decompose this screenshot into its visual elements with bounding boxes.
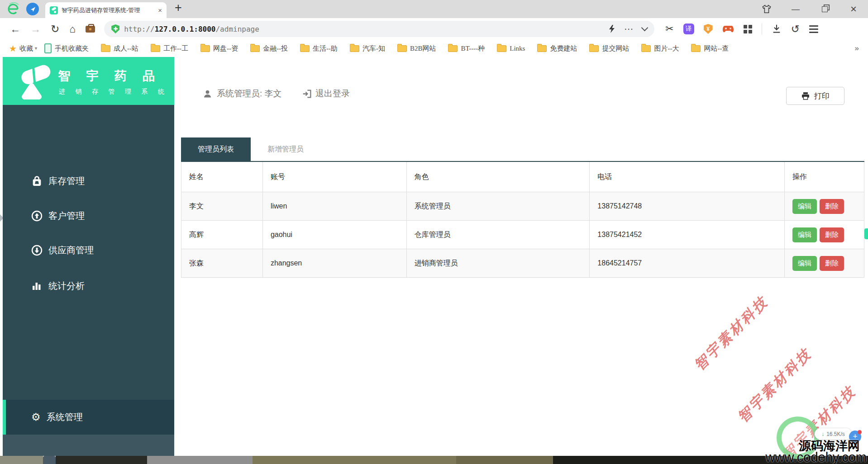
bookmark-folder[interactable]: BT----种 [448,44,485,53]
logout-link[interactable]: 退出登录 [302,88,350,99]
current-admin: 系统管理员: 李文 [203,88,282,99]
edit-button[interactable]: 编辑 [792,256,817,271]
printer-icon [801,91,810,100]
favorites-label[interactable]: 收藏 [19,44,33,53]
folder-icon [101,45,110,52]
sidebar-item-label: 客户管理 [48,210,85,222]
apps-grid-icon[interactable] [744,25,752,33]
dropdown-chevron-icon[interactable] [641,24,649,32]
edit-button[interactable]: 编辑 [792,227,817,242]
favorites-star-icon[interactable]: ★ [9,43,17,54]
bookmark-mobile-favorites[interactable]: 手机收藏夹 [44,43,89,53]
address-bar[interactable]: ✚ http://127.0.0.1:8000/adminpage ⋯ [104,21,654,37]
menu-hamburger-icon[interactable] [809,25,818,33]
side-panel-handle[interactable] [864,228,868,239]
bookmark-folder[interactable]: 金融--投 [250,44,288,53]
tab-close-icon[interactable]: × [158,6,162,14]
sidebar-item-label: 统计分析 [48,280,85,292]
print-label: 打印 [814,91,830,101]
bookmark-folder[interactable]: 网盘--资 [200,44,238,53]
sidebar-item-customers[interactable]: 客户管理 [31,208,85,224]
cell-actions: 编辑删除 [785,192,864,221]
table-row: 李文 liwen 系统管理员 13875142748 编辑删除 [181,192,864,221]
games-icon[interactable] [722,24,734,33]
new-tab-button[interactable]: + [175,1,182,15]
pill-logo-icon [18,62,53,100]
screenshot-scissors-icon[interactable]: ✂ [665,23,673,35]
admin-table: 姓名 账号 角色 电话 操作 李文 liwen 系统管理员 1387514274… [181,161,864,278]
bookmark-folder[interactable]: 工作--工 [151,44,188,53]
restore-button[interactable] [810,0,839,18]
bookmark-folder[interactable]: 成人--站 [101,44,138,53]
bookmarks-overflow-icon[interactable]: » [855,44,859,53]
table-row: 张森 zhangsen 进销商管理员 18645214757 编辑删除 [181,249,864,278]
quick-nav-icon[interactable] [26,3,39,15]
folder-icon [397,45,407,52]
toolbar-divider [762,23,762,35]
browser-tab[interactable]: 智宇药品进销存管理系统-管理 × [45,2,167,18]
home-icon[interactable]: ⌂ [69,24,76,34]
delete-button[interactable]: 删除 [820,199,844,214]
cell-role: 进销商管理员 [406,249,590,278]
folder-icon [589,45,599,52]
bookmark-folder[interactable]: 提交网站 [589,44,629,53]
bookmark-folder[interactable]: 汽车-知 [350,44,385,53]
bookmark-folder[interactable]: 生活--助 [300,44,338,53]
arrow-down-circle-icon [31,245,43,256]
sidebar-footer [3,435,174,456]
taskbar-sliver [0,456,868,464]
translate-icon[interactable]: 译 [683,24,694,34]
app-logo-block: 智 宇 药 品 进 销 存 管 理 系 统 [3,57,174,105]
folder-icon [151,45,160,52]
download-icon[interactable] [772,24,782,34]
cell-account: zhangsen [262,249,406,278]
delete-button[interactable]: 删除 [820,256,844,271]
delete-button[interactable]: 删除 [820,227,844,242]
app-subtitle: 进 销 存 管 理 系 统 [59,88,168,96]
arrow-up-circle-icon [31,210,43,222]
bookmark-folder[interactable]: 图片--大 [641,44,679,53]
sidebar-item-label: 库存管理 [48,175,85,187]
sidebar-item-label: 系统管理 [47,411,83,423]
admin-name-label: 系统管理员: 李文 [217,88,282,99]
cell-phone: 13875142748 [590,192,785,221]
bookmark-folder[interactable]: 网站--查 [691,44,729,53]
site-watermark-url: www.codehy.com [766,450,867,464]
folder-icon [691,45,701,52]
sidebar-item-inventory[interactable]: 库存管理 [31,173,85,189]
cell-name: 高辉 [181,221,263,249]
window-close-button[interactable]: × [839,0,868,18]
site-safety-shield-icon[interactable]: ✚ [111,24,119,33]
lightning-icon[interactable] [609,25,615,33]
minimize-button[interactable]: — [781,0,810,18]
sidebar-item-system-active[interactable]: ⚙ 系统管理 [3,400,174,435]
app-title: 智 宇 药 品 [58,68,161,84]
undo-icon[interactable]: ↺ [791,23,800,35]
tab-admin-list[interactable]: 管理员列表 [181,137,251,161]
inventory-lock-icon [31,175,43,187]
url-text[interactable]: http://127.0.0.1:8000/adminpage [124,25,259,33]
folder-icon [537,45,547,52]
tab-add-admin[interactable]: 新增管理员 [251,137,320,161]
print-button[interactable]: 打印 [786,87,844,105]
gear-icon: ⚙ [31,412,41,422]
bookmark-folder[interactable]: Links [497,45,525,52]
table-row: 高辉 gaohui 仓库管理员 13875421452 编辑删除 [181,221,864,249]
cell-actions: 编辑删除 [785,221,864,249]
bookmark-folder[interactable]: 免费建站 [537,44,577,53]
forward-icon[interactable]: → [30,24,41,34]
bookmark-folder[interactable]: B2B网站 [397,44,436,53]
app-sidebar: 智 宇 药 品 进 销 存 管 理 系 统 库存管理 客户管理 [3,57,174,456]
reload-icon[interactable]: ↻ [51,24,59,34]
edit-button[interactable]: 编辑 [792,199,817,214]
sidebar-item-suppliers[interactable]: 供应商管理 [31,242,94,258]
wallet-shield-icon[interactable]: ¥ [704,24,713,34]
cell-phone: 13875421452 [590,221,785,249]
briefcase-icon[interactable] [86,26,95,33]
sidebar-item-statistics[interactable]: 统计分析 [31,278,85,294]
favorites-caret-icon[interactable]: ▼ [34,46,38,51]
browser-logo-icon[interactable] [6,2,20,16]
table-header-row: 姓名 账号 角色 电话 操作 [181,161,864,192]
back-icon[interactable]: ← [10,24,20,34]
theme-shirt-icon[interactable] [752,0,781,18]
